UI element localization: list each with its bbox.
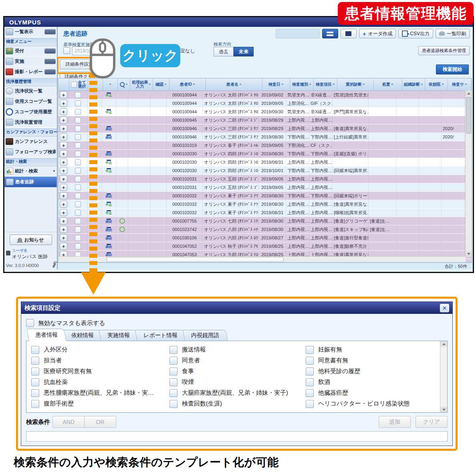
row-checkbox[interactable] bbox=[75, 134, 81, 140]
row-checkbox[interactable] bbox=[75, 243, 81, 249]
clear-button[interactable]: クリア bbox=[415, 416, 448, 428]
item-checkbox[interactable] bbox=[31, 368, 39, 376]
wrench-icon[interactable] bbox=[52, 263, 56, 268]
column-header-8[interactable]: 患者名 bbox=[206, 78, 262, 90]
row-checkbox[interactable] bbox=[75, 92, 81, 98]
print-list-button[interactable]: 一覧印刷 bbox=[436, 29, 470, 38]
column-header-1[interactable]: 全て選択 bbox=[69, 78, 88, 90]
scroll-up-icon[interactable] bbox=[466, 90, 472, 96]
period-checkbox[interactable] bbox=[63, 47, 70, 54]
gear-icon[interactable] bbox=[44, 59, 56, 64]
table-row[interactable]: +継続0000100946オリンパス 三郎 (ｵﾘﾝﾊﾟｽ ｻﾌﾞﾛｳ)2019… bbox=[58, 125, 472, 133]
table-row[interactable]: +中止0000100944オリンパス 太郎 (ｵﾘﾝﾊﾟｽ ﾀﾛｳ)2019/0… bbox=[58, 108, 472, 116]
table-row[interactable]: +0000101019オリンパス 春子 (ｵﾘﾝﾊﾟｽ ﾊﾙｺ)2019/09/… bbox=[58, 141, 472, 150]
column-header-10[interactable]: 検査種別 bbox=[290, 78, 314, 90]
sort-icon[interactable] bbox=[421, 84, 423, 85]
panel-scrollbar[interactable] bbox=[440, 341, 447, 412]
search-item-option[interactable]: ヘリコバクター・ピロリ感染状態 bbox=[306, 398, 439, 409]
expand-button[interactable]: + bbox=[60, 209, 67, 216]
sort-icon[interactable] bbox=[442, 84, 444, 85]
search-item-option[interactable]: 同意書有無 bbox=[306, 355, 439, 366]
table-row[interactable]: +継続0001023742オリンパス 八郎 (ｵﾘﾝﾊﾟｽ ﾊﾁﾛｳ)2019/… bbox=[58, 225, 472, 234]
close-icon[interactable]: ✕ bbox=[440, 304, 449, 312]
table-row[interactable]: +0000100945オリンパス 二郎 (ｵﾘﾝﾊﾟｽ ｼﾞﾛｳ)2019/08… bbox=[58, 116, 472, 125]
table-row[interactable]: +継続0000102032オリンパス 夏子 (ｵﾘﾝﾊﾟｽ ﾅﾂｺ)2019/0… bbox=[58, 192, 472, 200]
column-header-14[interactable]: 組織診断 bbox=[402, 78, 425, 90]
search-item-option[interactable]: 腹部手術歴 bbox=[31, 398, 169, 409]
or-button[interactable]: OR bbox=[85, 416, 116, 428]
column-header-7[interactable]: 患者ID bbox=[169, 78, 206, 90]
expand-button[interactable]: + bbox=[60, 150, 67, 157]
search-start-button[interactable]: 検索開始 bbox=[436, 64, 469, 74]
sidebar-item-統計・検索[interactable]: 統計・検索▼ bbox=[4, 166, 57, 177]
search-item-option[interactable]: 抗血栓薬 bbox=[31, 377, 169, 388]
item-checkbox[interactable] bbox=[31, 357, 39, 365]
sidebar-item-受付[interactable]: 受付 bbox=[4, 46, 57, 56]
column-header-13[interactable]: 処置 bbox=[374, 78, 402, 90]
row-checkbox[interactable] bbox=[75, 109, 81, 115]
search-item-option[interactable]: 医療研究同意有無 bbox=[31, 366, 169, 377]
add-button[interactable]: 追加 bbox=[379, 416, 411, 428]
notice-button[interactable]: お知らせ bbox=[10, 235, 52, 245]
item-checkbox[interactable] bbox=[306, 400, 314, 408]
column-header-15[interactable]: 依頼医 bbox=[425, 78, 448, 90]
sort-icon[interactable] bbox=[125, 84, 128, 85]
sidebar-item-洗浄状況一覧[interactable]: 洗浄状況一覧 bbox=[4, 86, 57, 96]
sidebar-item-実施[interactable]: 実施 bbox=[4, 56, 57, 67]
search-item-option[interactable]: 飲酒 bbox=[306, 377, 439, 388]
future-button[interactable]: 未来 bbox=[234, 47, 254, 56]
search-item-option[interactable]: 喫煙 bbox=[169, 377, 306, 388]
search-item-option[interactable]: 入外区分 bbox=[31, 344, 169, 355]
search-item-option[interactable]: 搬送情報 bbox=[169, 344, 306, 355]
panel-scroll-down-icon[interactable] bbox=[440, 407, 447, 412]
row-checkbox[interactable] bbox=[75, 218, 81, 224]
expand-button[interactable]: + bbox=[60, 243, 67, 250]
item-checkbox[interactable] bbox=[306, 389, 314, 397]
search-item-option[interactable]: 他臓器癌歴 bbox=[306, 388, 439, 398]
item-checkbox[interactable] bbox=[169, 357, 177, 365]
row-checkbox[interactable] bbox=[75, 235, 81, 241]
sidebar-item-カンファレンス[interactable]: カンファレンス bbox=[4, 137, 57, 147]
sort-icon[interactable] bbox=[149, 84, 151, 85]
past-button[interactable]: 過去 bbox=[214, 47, 234, 56]
tab-実施情報[interactable]: 実施情報 bbox=[99, 330, 139, 341]
table-row[interactable]: +継続0000102030オリンパス 四郎 (ｵﾘﾝﾊﾟｽ ｼﾛｳ)2019/0… bbox=[58, 150, 472, 158]
row-checkbox[interactable] bbox=[75, 159, 81, 165]
panel-scroll-up-icon[interactable] bbox=[440, 341, 447, 347]
sort-icon[interactable] bbox=[333, 84, 335, 85]
column-header-6[interactable]: 確認 bbox=[153, 78, 169, 90]
table-row[interactable]: +0000102031オリンパス 五郎 (ｵﾘﾝﾊﾟｽ ｺﾞﾛｳ)2019/09… bbox=[58, 183, 472, 192]
table-row[interactable]: +継続0001030106オリンパス 六郎 (ｵﾘﾝﾊﾟｽ ﾛｸﾛｳ)2019/… bbox=[58, 234, 472, 242]
item-checkbox[interactable] bbox=[31, 400, 39, 408]
search-item-option[interactable]: 検査回数(生涯) bbox=[169, 398, 306, 409]
scroll-down-icon[interactable] bbox=[466, 251, 472, 257]
vscroll-thumb[interactable] bbox=[466, 97, 471, 134]
tab-内視鏡用語[interactable]: 内視鏡用語 bbox=[182, 330, 228, 341]
expand-button[interactable]: + bbox=[60, 91, 67, 98]
tracking-condition-manage-button[interactable]: 患者追跡検索条件管理 bbox=[418, 46, 470, 55]
expand-button[interactable]: + bbox=[60, 142, 67, 149]
column-header-5[interactable]: 処理結果入力 bbox=[130, 78, 153, 90]
hscroll-thumb[interactable] bbox=[107, 257, 284, 262]
table-row[interactable]: +継続0001007755オリンパス 七郎 (ｵﾘﾝﾊﾟｽ ｼﾁﾛｳ)2019/… bbox=[58, 217, 472, 225]
expand-button[interactable]: + bbox=[60, 234, 67, 241]
item-checkbox[interactable] bbox=[306, 368, 314, 376]
row-checkbox[interactable] bbox=[75, 193, 81, 199]
sort-icon[interactable] bbox=[309, 84, 311, 85]
expand-button[interactable]: + bbox=[60, 159, 67, 166]
item-checkbox[interactable] bbox=[169, 400, 177, 408]
horizontal-scrollbar[interactable] bbox=[58, 256, 466, 262]
expand-button[interactable]: + bbox=[60, 175, 67, 183]
search-item-option[interactable]: 妊娠有無 bbox=[306, 344, 439, 355]
csv-export-button[interactable]: CSV出力 bbox=[398, 29, 433, 38]
show-invalid-checkbox[interactable] bbox=[26, 319, 34, 327]
table-row[interactable]: +中止0000102032オリンパス 夏子 (ｵﾘﾝﾊﾟｽ ﾅﾂｺ)2019/0… bbox=[58, 200, 472, 209]
sort-icon[interactable] bbox=[239, 84, 242, 85]
row-checkbox[interactable] bbox=[75, 117, 81, 123]
column-header-3[interactable] bbox=[103, 78, 118, 90]
search-item-option[interactable]: 悪性腫瘍家族歴(両親、兄弟・姉妹・実… bbox=[31, 388, 169, 398]
order-create-button[interactable]: + オーダ作成 bbox=[359, 29, 396, 38]
expand-button[interactable]: + bbox=[60, 133, 67, 141]
tab-患者情報[interactable]: 患者情報 bbox=[26, 329, 67, 341]
expand-button[interactable]: + bbox=[60, 116, 67, 124]
